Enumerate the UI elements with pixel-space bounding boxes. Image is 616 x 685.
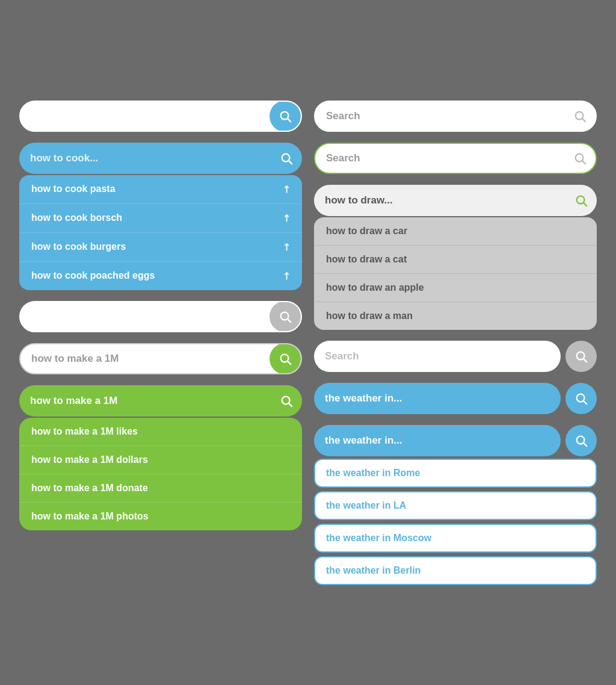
suggestion-item[interactable]: how to make a 1M donate (19, 474, 302, 503)
suggestion-item[interactable]: how to cook burgers ↗ (19, 233, 302, 262)
suggestions-box-5: how to make a 1M likes how to make a 1M … (19, 418, 302, 530)
suggestion-item[interactable]: how to make a 1M photos (19, 503, 302, 530)
search-bar-3[interactable] (19, 301, 302, 332)
search-input-r3[interactable]: how to draw... (314, 194, 565, 206)
arrow-icon: ↗ (279, 211, 293, 225)
right-column: Search Search how to draw... (314, 101, 597, 585)
search-button-r6[interactable] (565, 425, 597, 456)
svg-line-13 (582, 161, 585, 164)
search-input-r4[interactable]: Search (314, 341, 561, 372)
svg-line-15 (584, 203, 587, 206)
suggestion-item[interactable]: how to cook poached eggs ↗ (19, 262, 302, 290)
left-group-1 (19, 101, 302, 132)
search-button-r1[interactable] (564, 101, 596, 132)
search-button-3[interactable] (270, 301, 301, 332)
arrow-icon: ↗ (279, 182, 293, 196)
search-button-r3[interactable] (565, 185, 597, 216)
search-button-r2[interactable] (564, 143, 596, 174)
right-group-2: Search (314, 143, 597, 174)
main-container: how to cook... how to cook pasta ↗ how t… (19, 101, 597, 585)
suggestion-item[interactable]: how to draw a man (314, 302, 597, 330)
svg-line-21 (584, 443, 587, 446)
search-bar-1[interactable] (19, 101, 302, 132)
right-group-4: Search (314, 341, 597, 372)
right-group-1: Search (314, 101, 597, 132)
split-search-r4: Search (314, 341, 597, 372)
svg-line-9 (289, 403, 292, 406)
split-search-r5: the weather in... (314, 383, 597, 414)
suggestion-item[interactable]: how to cook pasta ↗ (19, 175, 302, 204)
suggestion-item[interactable]: how to draw an apple (314, 274, 597, 302)
arrow-icon: ↗ (279, 240, 293, 254)
search-button-4[interactable] (270, 343, 301, 374)
search-input-2[interactable]: how to cook... (19, 152, 271, 164)
svg-line-3 (289, 161, 292, 164)
search-input-4[interactable]: how to make a 1M (20, 353, 270, 365)
suggestion-item[interactable]: the weather in LA (314, 491, 597, 520)
suggestion-item[interactable]: the weather in Rome (314, 459, 597, 488)
right-group-5: the weather in... (314, 383, 597, 414)
svg-line-17 (584, 359, 587, 362)
search-bar-2[interactable]: how to cook... (19, 143, 302, 174)
arrow-icon: ↗ (279, 269, 293, 283)
left-group-3 (19, 301, 302, 332)
left-group-5: how to make a 1M how to make a 1M likes … (19, 385, 302, 530)
search-input-5[interactable]: how to make a 1M (19, 395, 271, 407)
suggestions-box-2: how to cook pasta ↗ how to cook borsch ↗… (19, 175, 302, 290)
suggestion-item[interactable]: how to draw a cat (314, 246, 597, 274)
suggestion-item[interactable]: the weather in Berlin (314, 556, 597, 585)
svg-line-19 (584, 401, 587, 404)
search-button-2[interactable] (271, 143, 302, 174)
left-group-2: how to cook... how to cook pasta ↗ how t… (19, 143, 302, 290)
search-button-5[interactable] (271, 385, 302, 417)
search-bar-5[interactable]: how to make a 1M (19, 385, 302, 417)
left-group-4: how to make a 1M (19, 343, 302, 374)
search-button-1[interactable] (270, 101, 301, 132)
search-button-r4[interactable] (565, 341, 597, 372)
suggestion-item[interactable]: how to make a 1M dollars (19, 446, 302, 474)
search-bar-r3[interactable]: how to draw... (314, 185, 597, 216)
suggestion-item[interactable]: the weather in Moscow (314, 524, 597, 553)
suggestions-box-r3: how to draw a car how to draw a cat how … (314, 217, 597, 330)
svg-line-1 (288, 119, 291, 122)
right-group-3: how to draw... how to draw a car how to … (314, 185, 597, 330)
split-search-r6: the weather in... (314, 425, 597, 456)
search-input-r1[interactable]: Search (315, 110, 564, 122)
search-input-r2[interactable]: Search (315, 152, 564, 164)
search-bar-r2[interactable]: Search (314, 143, 597, 174)
search-bar-r1[interactable]: Search (314, 101, 597, 132)
suggestions-box-r6: the weather in Rome the weather in LA th… (314, 459, 597, 585)
right-group-6: the weather in... the weather in Rome th… (314, 425, 597, 585)
suggestion-item[interactable]: how to cook borsch ↗ (19, 204, 302, 233)
suggestion-item[interactable]: how to draw a car (314, 217, 597, 246)
search-input-r6[interactable]: the weather in... (314, 425, 561, 456)
search-input-r5[interactable]: the weather in... (314, 383, 561, 414)
svg-line-5 (288, 319, 291, 322)
svg-line-7 (288, 361, 291, 364)
svg-line-11 (582, 119, 585, 122)
search-bar-4[interactable]: how to make a 1M (19, 343, 302, 374)
left-column: how to cook... how to cook pasta ↗ how t… (19, 101, 302, 585)
suggestion-item[interactable]: how to make a 1M likes (19, 418, 302, 446)
search-button-r5[interactable] (565, 383, 597, 414)
